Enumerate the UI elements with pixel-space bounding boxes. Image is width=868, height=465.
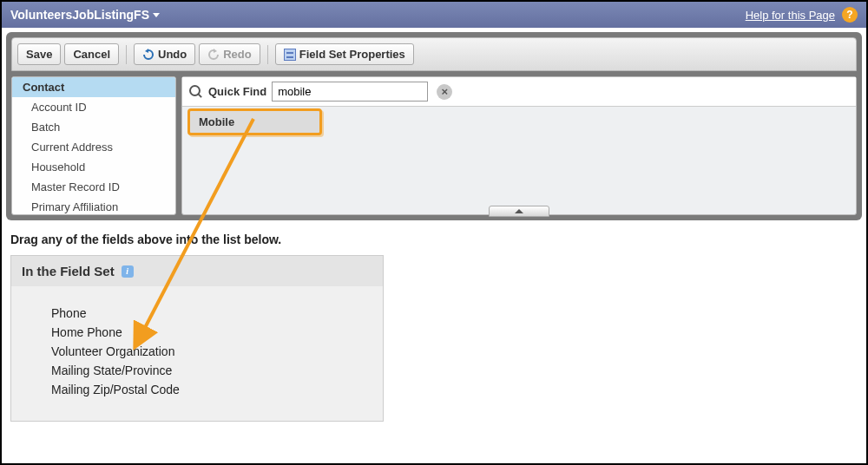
quick-find-row: Quick Find × <box>182 77 856 107</box>
tree-item[interactable]: Master Record ID <box>12 177 175 197</box>
field-set-item[interactable]: Mailing Zip/Postal Code <box>51 380 374 399</box>
search-icon <box>189 85 203 99</box>
field-set-title: In the Field Set <box>22 264 115 278</box>
tree-item[interactable]: Primary Affiliation <box>12 197 175 215</box>
chevron-down-icon <box>153 13 160 17</box>
object-tree[interactable]: Contact Account ID Batch Current Address… <box>11 76 176 215</box>
quick-find-label: Quick Find <box>208 85 266 98</box>
undo-button[interactable]: Undo <box>134 43 195 65</box>
field-set-header: In the Field Set i <box>11 256 383 286</box>
properties-icon <box>284 49 296 61</box>
divider <box>126 45 127 64</box>
collapse-handle[interactable] <box>489 206 549 217</box>
divider <box>267 45 268 64</box>
help-icon[interactable]: ? <box>842 7 858 23</box>
field-chip-mobile[interactable]: Mobile <box>187 108 322 135</box>
field-set-container: In the Field Set i Phone Home Phone Volu… <box>10 255 384 422</box>
title-right: Help for this Page ? <box>746 7 858 23</box>
clear-search-button[interactable]: × <box>437 84 452 100</box>
title-bar: VolunteersJobListingFS Help for this Pag… <box>2 2 866 28</box>
chevron-up-icon <box>515 209 523 213</box>
redo-icon <box>207 49 220 61</box>
redo-button[interactable]: Redo <box>199 43 260 65</box>
tree-item[interactable]: Current Address <box>12 137 175 157</box>
tree-item[interactable]: Account ID <box>12 97 175 117</box>
tree-item-contact[interactable]: Contact <box>12 77 175 97</box>
toolbar: Save Cancel Undo Redo Field Set Properti… <box>11 37 857 71</box>
info-icon[interactable]: i <box>122 265 134 278</box>
page-title: VolunteersJobListingFS <box>10 8 149 22</box>
title-left[interactable]: VolunteersJobListingFS <box>10 8 160 22</box>
tree-item[interactable]: Household <box>12 157 175 177</box>
field-set-item[interactable]: Home Phone <box>51 323 374 342</box>
props-label: Field Set Properties <box>299 48 405 61</box>
editor-body: Contact Account ID Batch Current Address… <box>11 76 857 215</box>
field-palette: Quick Find × Mobile <box>181 76 857 215</box>
cancel-button[interactable]: Cancel <box>64 43 119 65</box>
field-set-properties-button[interactable]: Field Set Properties <box>275 43 414 65</box>
quick-find-input[interactable] <box>272 82 428 102</box>
editor-panel: Save Cancel Undo Redo Field Set Properti… <box>6 32 862 220</box>
field-set-body[interactable]: Phone Home Phone Volunteer Organization … <box>11 286 383 421</box>
field-set-item[interactable]: Volunteer Organization <box>51 342 374 361</box>
save-button[interactable]: Save <box>17 43 61 65</box>
redo-label: Redo <box>223 48 252 61</box>
undo-icon <box>142 49 155 61</box>
help-link[interactable]: Help for this Page <box>746 9 835 22</box>
undo-label: Undo <box>158 48 187 61</box>
field-set-item[interactable]: Mailing State/Province <box>51 361 374 380</box>
field-set-item[interactable]: Phone <box>51 304 374 323</box>
tree-item[interactable]: Batch <box>12 117 175 137</box>
instructions-text: Drag any of the fields above into the li… <box>10 232 858 246</box>
